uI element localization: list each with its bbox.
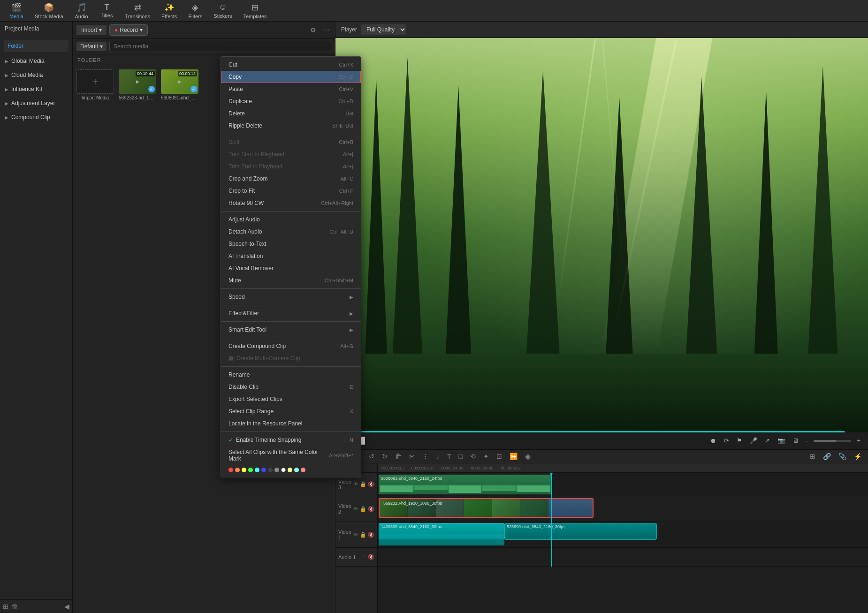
color-blue[interactable] (261, 468, 266, 472)
ctx-crop-zoom[interactable]: Crop and Zoom Alt+C (221, 173, 361, 185)
color-green[interactable] (248, 468, 253, 472)
ctx-duplicate[interactable]: Duplicate Ctrl+D (221, 95, 361, 107)
toolbar-audio[interactable]: 🎵 Audio (70, 0, 93, 21)
timeline-audio[interactable]: ♪ (434, 452, 442, 461)
record-button[interactable]: ● Record ▾ (109, 24, 148, 36)
track-lock-icon3[interactable]: 🔒 (360, 532, 366, 538)
search-input[interactable] (109, 41, 331, 52)
timeline-crop[interactable]: ⊡ (494, 452, 504, 461)
timeline-grid-1[interactable]: ⊞ (807, 452, 818, 461)
timeline-attach[interactable]: 📎 (836, 452, 849, 461)
ctx-enable-snapping[interactable]: ✓ Enable Timeline Snapping N (221, 434, 361, 446)
timeline-undo[interactable]: ↺ (366, 452, 377, 461)
ctx-mute[interactable]: Mute Ctrl+Shift+M (221, 274, 361, 287)
track-sound-icon3[interactable]: 🔇 (368, 532, 374, 538)
clip-video2-1[interactable]: 5692323-hd_1920_1080_30fps (379, 498, 594, 518)
color-gray-dark[interactable] (268, 468, 273, 472)
timeline-effect[interactable]: ✦ (481, 452, 491, 461)
timeline-magnet[interactable]: ⚡ (852, 452, 864, 461)
ctx-detach-audio[interactable]: Detach Audio Ctrl+Alt+D (221, 226, 361, 238)
ctx-delete[interactable]: Delete Del (221, 107, 361, 120)
ctx-select-same-color[interactable]: Select All Clips with the Same Color Mar… (221, 446, 361, 465)
view-select[interactable]: Default ▾ (76, 42, 107, 51)
color-pink[interactable] (301, 468, 305, 472)
ctx-copy[interactable]: Copy Ctrl+C (221, 71, 361, 83)
track-eye-icon2[interactable]: 👁 (353, 506, 358, 512)
track-sound-icon4[interactable]: 🔇 (368, 554, 374, 560)
color-yellow[interactable] (242, 468, 246, 472)
track-sound-icon[interactable]: 🔇 (368, 481, 374, 487)
import-media-item[interactable]: + Import Media (76, 69, 114, 100)
timeline-more[interactable]: ◉ (523, 452, 533, 461)
speed-icon[interactable]: ⟳ (722, 436, 731, 445)
toolbar-filters[interactable]: ◈ Filters (183, 0, 207, 21)
timeline-speed[interactable]: ⏩ (507, 452, 520, 461)
toolbar-stickers[interactable]: ☺ Stickers (209, 0, 236, 21)
more-options-icon[interactable]: ⋯ (321, 25, 331, 35)
timeline-transition[interactable]: ⟲ (468, 452, 478, 461)
ctx-disable-clip[interactable]: Disable Clip E (221, 381, 361, 393)
flag-icon[interactable]: ⚑ (735, 436, 744, 445)
ctx-locate-resource[interactable]: Locate in the Resource Panel (221, 417, 361, 430)
sidebar-item-global-media[interactable]: ▶ Global Media (0, 54, 72, 68)
ctx-adjust-audio[interactable]: Adjust Audio (221, 213, 361, 226)
ctx-ripple-delete[interactable]: Ripple Delete Shift+Del (221, 120, 361, 132)
toolbar-stock-media[interactable]: 📦 Stock Media (30, 0, 68, 21)
toolbar-transitions[interactable]: ⇄ Transitions (121, 0, 155, 21)
sidebar-item-folder[interactable]: Folder (4, 40, 69, 52)
ctx-rotate[interactable]: Rotate 90 CW Ctrl+Alt+Right (221, 197, 361, 209)
timeline-link[interactable]: 🔗 (821, 452, 833, 461)
zoom-minus-icon[interactable]: - (804, 436, 810, 445)
ctx-speed[interactable]: Speed ▶ (221, 291, 361, 303)
sidebar-item-adjustment-layer[interactable]: ▶ Adjustment Layer (0, 96, 72, 110)
ctx-export-clips[interactable]: Export Selected Clips (221, 393, 361, 405)
mic-icon[interactable]: 🎤 (748, 436, 759, 445)
ctx-speech-to-text[interactable]: Speech-to-Text (221, 238, 361, 250)
quality-select[interactable]: Full Quality (361, 24, 406, 35)
toolbar-media[interactable]: 🎬 Media (5, 0, 28, 21)
media-clip-1[interactable]: ▶ 00:10:44 ✓ 5692323-hd_1920_108... (119, 69, 156, 100)
zoom-plus-icon[interactable]: + (855, 436, 862, 445)
track-eye-icon3[interactable]: 👁 (353, 532, 358, 538)
import-button[interactable]: Import ▾ (76, 25, 107, 35)
add-folder-icon[interactable]: ⊞ (3, 603, 8, 610)
ctx-cut[interactable]: Cut Ctrl+X (221, 59, 361, 71)
ctx-smart-edit[interactable]: Smart Edit Tool ▶ (221, 324, 361, 336)
timeline-split[interactable]: ⋮ (420, 452, 431, 461)
collapse-icon[interactable]: ◀ (64, 603, 69, 610)
sidebar-item-compound-clip[interactable]: ▶ Compound Clip (0, 110, 72, 124)
monitor-icon[interactable]: 🖥 (791, 436, 800, 445)
sidebar-item-cloud-media[interactable]: ▶ Cloud Media (0, 68, 72, 82)
ctx-crop-fit[interactable]: Crop to Fit Ctrl+F (221, 185, 361, 197)
color-cyan[interactable] (255, 468, 259, 472)
ctx-rename[interactable]: Rename (221, 369, 361, 381)
track-sound-icon2[interactable]: 🔇 (368, 506, 374, 512)
toolbar-templates[interactable]: ⊞ Templates (238, 0, 271, 21)
timeline-shape[interactable]: □ (457, 452, 465, 461)
clip-video3-1[interactable]: 5608091-uhd_3840_2160_24fps (379, 475, 551, 494)
playhead[interactable] (551, 473, 552, 567)
media-clip-2[interactable]: ▶ 00:00:12 ✓ 5608091-uhd_3840_21... (161, 69, 198, 100)
timeline-redo[interactable]: ↻ (380, 452, 390, 461)
track-lock-icon2[interactable]: 🔒 (360, 506, 366, 512)
filter-icon[interactable]: ⚙ (308, 25, 318, 35)
player-progress-bar[interactable] (335, 431, 845, 432)
track-lock-icon[interactable]: 🔒 (360, 481, 366, 487)
clip-video1-2[interactable]: 525690-uhd_3840_2160_30fps (504, 523, 657, 540)
delete-icon[interactable]: 🗑 (11, 603, 18, 610)
ctx-ai-vocal-remover[interactable]: AI Vocal Remover (221, 262, 361, 274)
ctx-select-range[interactable]: Select Clip Range X (221, 405, 361, 417)
toolbar-titles[interactable]: T Titles (95, 1, 119, 20)
color-white[interactable] (281, 468, 286, 472)
toolbar-effects[interactable]: ✨ Effects (157, 0, 182, 21)
timeline-text[interactable]: T (445, 452, 454, 461)
color-red[interactable] (228, 468, 233, 472)
color-gray[interactable] (274, 468, 279, 472)
ctx-effect-filter[interactable]: Effect&Filter ▶ (221, 307, 361, 319)
ctx-create-compound[interactable]: Create Compound Clip Alt+G (221, 340, 361, 352)
screenshot-icon[interactable]: 📷 (776, 436, 787, 445)
export-icon[interactable]: ↗ (763, 436, 772, 445)
import-media-add[interactable]: + (76, 69, 114, 94)
zoom-slider[interactable] (814, 440, 851, 442)
track-add-icon[interactable]: + (364, 554, 366, 560)
